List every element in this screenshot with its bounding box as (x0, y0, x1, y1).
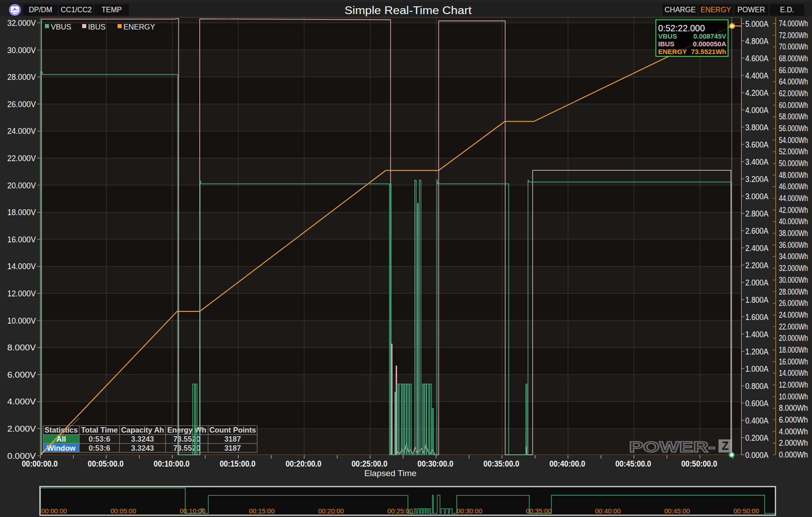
svg-text:26.000V: 26.000V (7, 100, 36, 109)
svg-text:24.000Wh: 24.000Wh (779, 310, 808, 320)
svg-text:16.000Wh: 16.000Wh (779, 357, 808, 366)
svg-text:4.000V: 4.000V (7, 397, 36, 406)
svg-text:DP/DM: DP/DM (29, 6, 52, 14)
svg-text:1.600A: 1.600A (745, 313, 768, 322)
svg-text:42.000Wh: 42.000Wh (779, 206, 808, 215)
svg-text:E.D.: E.D. (780, 6, 794, 14)
svg-text:4.800A: 4.800A (745, 37, 768, 46)
svg-text:0.008745V: 0.008745V (693, 32, 726, 40)
svg-text:3187: 3187 (224, 444, 241, 452)
svg-text:36.000Wh: 36.000Wh (779, 241, 808, 250)
svg-text:3.3243: 3.3243 (131, 435, 154, 443)
svg-text:48.000Wh: 48.000Wh (779, 171, 808, 180)
svg-text:73.5520: 73.5520 (173, 435, 201, 443)
svg-text:8.000Wh: 8.000Wh (779, 404, 808, 413)
svg-text:00:40:00.0: 00:40:00.0 (549, 459, 585, 468)
svg-text:26.000Wh: 26.000Wh (779, 299, 808, 308)
svg-text:3.3243: 3.3243 (131, 444, 154, 452)
svg-text:6.000Wh: 6.000Wh (779, 415, 808, 424)
svg-text:73.5520: 73.5520 (173, 444, 201, 452)
svg-text:3.800A: 3.800A (745, 123, 768, 132)
svg-text:0.000050A: 0.000050A (693, 40, 727, 48)
svg-text:ENERGY: ENERGY (700, 6, 731, 14)
svg-text:1.400A: 1.400A (745, 330, 768, 339)
svg-text:0.800A: 0.800A (745, 382, 768, 391)
svg-text:56.000Wh: 56.000Wh (779, 124, 808, 133)
svg-text:1.800A: 1.800A (745, 295, 768, 305)
svg-text:00:20:00.0: 00:20:00.0 (285, 459, 321, 468)
svg-text:2.600A: 2.600A (745, 226, 768, 236)
svg-text:Capacity Ah: Capacity Ah (121, 426, 164, 434)
svg-text:40.000Wh: 40.000Wh (779, 217, 808, 226)
svg-text:6.000V: 6.000V (7, 370, 36, 379)
svg-text:VBUS: VBUS (658, 32, 677, 40)
svg-text:3.000A: 3.000A (745, 192, 768, 201)
svg-text:IBUS: IBUS (658, 40, 674, 48)
svg-text:POWER: POWER (738, 6, 765, 14)
svg-text:2.200A: 2.200A (745, 261, 768, 270)
svg-text:1.200A: 1.200A (745, 347, 768, 356)
svg-text:0.200A: 0.200A (745, 433, 768, 443)
svg-text:20.000V: 20.000V (7, 181, 36, 190)
svg-text:3.200A: 3.200A (745, 175, 768, 184)
svg-text:18.000Wh: 18.000Wh (779, 345, 808, 355)
svg-text:0.000A: 0.000A (745, 451, 768, 460)
svg-text:0:53:6: 0:53:6 (89, 435, 110, 443)
svg-text:20.000Wh: 20.000Wh (779, 334, 808, 343)
svg-text:2.000A: 2.000A (745, 278, 768, 287)
svg-text:00:00:00: 00:00:00 (41, 507, 67, 515)
svg-text:66.000Wh: 66.000Wh (779, 66, 808, 75)
svg-text:TEMP: TEMP (102, 6, 122, 14)
svg-text:58.000Wh: 58.000Wh (779, 112, 808, 121)
svg-text:Z: Z (722, 439, 728, 452)
svg-text:00:45:00.0: 00:45:00.0 (615, 459, 651, 468)
svg-text:32.000V: 32.000V (7, 19, 36, 28)
svg-text:00:20:00: 00:20:00 (318, 507, 344, 515)
svg-text:ENERGY: ENERGY (658, 48, 687, 55)
svg-text:4.600A: 4.600A (745, 54, 768, 63)
svg-text:3187: 3187 (224, 435, 241, 443)
svg-text:4.000A: 4.000A (745, 106, 768, 115)
svg-text:10.000V: 10.000V (7, 316, 36, 325)
svg-text:00:35:00.0: 00:35:00.0 (483, 459, 519, 468)
svg-text:VBUS: VBUS (51, 23, 71, 31)
svg-text:00:15:00.0: 00:15:00.0 (220, 459, 256, 468)
svg-text:Elapsed Time: Elapsed Time (364, 468, 416, 478)
svg-text:4.200A: 4.200A (745, 89, 768, 98)
svg-text:30.000Wh: 30.000Wh (779, 276, 808, 285)
svg-text:44.000Wh: 44.000Wh (779, 194, 808, 203)
svg-text:00:15:00: 00:15:00 (249, 507, 275, 515)
svg-text:60.000Wh: 60.000Wh (779, 101, 808, 110)
svg-text:4.400A: 4.400A (745, 71, 768, 80)
svg-text:54.000Wh: 54.000Wh (779, 136, 808, 145)
svg-text:46.000Wh: 46.000Wh (779, 182, 808, 191)
svg-text:62.000Wh: 62.000Wh (779, 89, 808, 98)
svg-text:2.000Wh: 2.000Wh (779, 438, 808, 448)
svg-text:30.000V: 30.000V (7, 46, 36, 55)
svg-text:50.000Wh: 50.000Wh (779, 159, 808, 168)
svg-text:Total Time: Total Time (81, 426, 118, 434)
svg-text:3.400A: 3.400A (745, 158, 768, 167)
svg-text:1.000A: 1.000A (745, 364, 768, 374)
svg-text:00:30:00.0: 00:30:00.0 (418, 459, 453, 468)
svg-text:00:50:00: 00:50:00 (733, 507, 759, 515)
svg-text:00:10:00.0: 00:10:00.0 (154, 459, 190, 468)
svg-text:Count Points: Count Points (209, 426, 256, 434)
svg-text:4.000Wh: 4.000Wh (779, 427, 808, 436)
svg-text:14.000Wh: 14.000Wh (779, 369, 808, 378)
svg-text:24.000V: 24.000V (7, 127, 36, 136)
svg-text:74.000Wh: 74.000Wh (779, 19, 808, 28)
svg-text:18.000V: 18.000V (7, 208, 36, 217)
svg-text:3.600A: 3.600A (745, 140, 768, 149)
svg-text:POWER-: POWER- (629, 438, 715, 455)
svg-text:ENERGY: ENERGY (123, 23, 155, 31)
svg-text:00:25:00.0: 00:25:00.0 (352, 459, 388, 468)
svg-text:28.000V: 28.000V (7, 73, 36, 82)
svg-text:68.000Wh: 68.000Wh (779, 54, 808, 63)
svg-text:64.000Wh: 64.000Wh (779, 77, 808, 86)
svg-text:2.400A: 2.400A (745, 244, 768, 253)
svg-text:Simple Real-Time Chart: Simple Real-Time Chart (344, 5, 472, 16)
svg-text:2.800A: 2.800A (745, 209, 768, 218)
svg-text:22.000V: 22.000V (7, 154, 36, 163)
svg-text:0.000Wh: 0.000Wh (779, 450, 808, 459)
